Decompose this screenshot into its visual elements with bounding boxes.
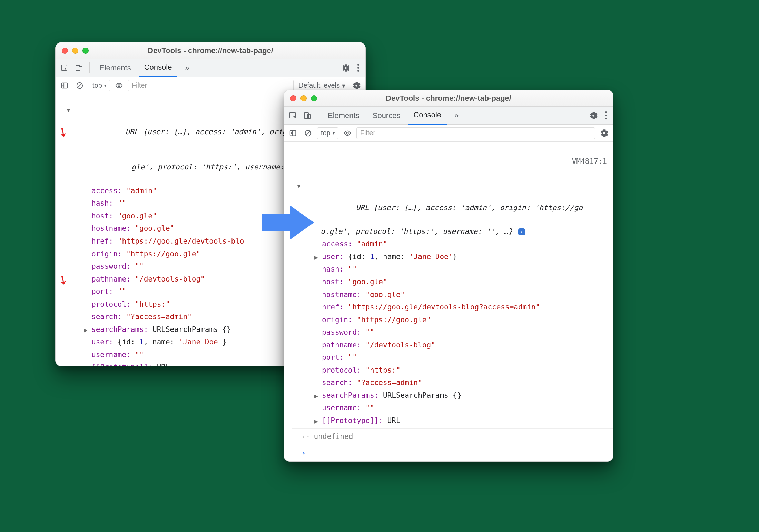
prop-key: hostname:: [322, 290, 365, 299]
gear-icon[interactable]: [339, 62, 352, 74]
prop-key: search:: [322, 378, 357, 387]
kebab-icon[interactable]: [602, 111, 610, 119]
log-levels-selector[interactable]: Default levels ▾: [296, 81, 347, 90]
minimize-icon[interactable]: [300, 95, 307, 101]
context-label: top: [92, 81, 102, 89]
prop-key: [[Prototype]]:: [322, 416, 387, 425]
prop-value[interactable]: URLSearchParams {}: [383, 391, 462, 400]
svg-rect-1: [76, 65, 80, 71]
sidebar-toggle-icon[interactable]: [287, 127, 299, 139]
tab-console[interactable]: Console: [139, 59, 178, 77]
window-title: DevTools - chrome://new-tab-page/: [56, 46, 365, 55]
filter-input[interactable]: [128, 80, 294, 91]
disclosure-triangle-icon[interactable]: ▶: [314, 391, 318, 401]
prop-value: "": [135, 262, 144, 270]
disclosure-triangle-icon[interactable]: ▼: [297, 181, 301, 191]
prop-key: username:: [91, 351, 135, 359]
minimize-icon[interactable]: [72, 48, 78, 54]
prop-value: "goo.gle": [348, 278, 387, 286]
prop-key: host:: [91, 212, 118, 220]
prop-value: "?access=admin": [357, 378, 422, 387]
object-summary-line2: gle', protocol: 'https:', username: ': [119, 163, 293, 171]
zoom-icon[interactable]: [311, 95, 317, 101]
device-toggle-icon[interactable]: [301, 109, 314, 122]
prop-key: protocol:: [91, 300, 135, 308]
disclosure-triangle-icon[interactable]: ▼: [67, 105, 70, 115]
zoom-icon[interactable]: [82, 48, 89, 54]
window-controls[interactable]: [284, 95, 317, 101]
console-body[interactable]: VM4817:1 ▼ URL {user: {…}, access: 'admi…: [284, 142, 613, 461]
close-icon[interactable]: [290, 95, 296, 101]
tab-elements[interactable]: Elements: [322, 107, 365, 125]
prop-value: "/devtools-blog": [365, 341, 435, 349]
disclosure-triangle-icon[interactable]: ▶: [314, 253, 318, 262]
log-levels-label: Default levels: [298, 81, 340, 89]
eye-icon[interactable]: [341, 127, 354, 139]
prop-key: searchParams:: [322, 391, 383, 400]
console-toolbar: top ▾: [284, 125, 613, 142]
prop-key: origin:: [322, 316, 357, 324]
prop-value: "https://goo.gle/devtools-blog?access=ad…: [348, 303, 540, 311]
prop-value[interactable]: URL: [387, 416, 401, 425]
svg-line-6: [78, 83, 82, 87]
tabbar-separator: [318, 110, 318, 121]
eye-icon[interactable]: [113, 79, 125, 92]
device-toggle-icon[interactable]: [73, 62, 85, 74]
tab-console[interactable]: Console: [408, 107, 447, 125]
kebab-icon[interactable]: [354, 64, 363, 72]
prop-key: [[Prototype]]:: [91, 363, 157, 366]
prop-key: password:: [91, 262, 135, 270]
prop-value: "goo.gle": [118, 212, 157, 220]
gear-icon[interactable]: [587, 109, 600, 122]
tab-elements[interactable]: Elements: [94, 59, 137, 77]
prop-value[interactable]: URLSearchParams {}: [152, 325, 231, 334]
svg-point-15: [346, 132, 348, 134]
gear-icon[interactable]: [598, 127, 610, 139]
prop-value: "": [118, 287, 126, 296]
prop-key: protocol:: [322, 366, 365, 374]
filter-input[interactable]: [356, 127, 595, 139]
tab-more[interactable]: »: [179, 59, 195, 77]
disclosure-triangle-icon[interactable]: ▶: [84, 363, 88, 366]
prop-value: "": [135, 351, 144, 359]
prop-value: "goo.gle": [135, 224, 174, 233]
console-prompt[interactable]: ›: [292, 445, 613, 461]
clear-console-icon[interactable]: [73, 79, 86, 92]
prop-value: "https:": [365, 366, 400, 374]
sidebar-toggle-icon[interactable]: [58, 79, 71, 92]
transition-arrow-icon: [262, 204, 314, 242]
prop-value: "/devtools-blog": [135, 275, 205, 283]
tab-sources[interactable]: Sources: [367, 107, 406, 125]
inspect-icon[interactable]: [287, 109, 299, 122]
disclosure-triangle-icon[interactable]: ▶: [314, 416, 318, 426]
disclosure-triangle-icon[interactable]: ▶: [84, 325, 88, 335]
prop-value: "admin": [357, 240, 387, 248]
svg-marker-16: [262, 205, 314, 240]
prop-key: origin:: [91, 250, 126, 258]
prop-value: "": [118, 199, 126, 207]
devtools-tabbar: Elements Console »: [56, 59, 365, 77]
object-summary-line1[interactable]: URL {user: {…}, access: 'admin', origin:…: [347, 204, 582, 212]
prop-key: href:: [91, 237, 118, 245]
prop-key: password:: [322, 328, 365, 336]
prop-key: searchParams:: [91, 325, 152, 334]
window-controls[interactable]: [56, 48, 89, 54]
close-icon[interactable]: [62, 48, 68, 54]
prop-value: "": [348, 353, 357, 362]
context-selector[interactable]: top ▾: [317, 127, 338, 139]
prop-value: "": [365, 404, 374, 412]
window-title: DevTools - chrome://new-tab-page/: [284, 94, 613, 103]
prop-key: search:: [91, 313, 126, 321]
tab-more[interactable]: »: [449, 107, 464, 125]
inspect-icon[interactable]: [58, 62, 71, 74]
prompt-icon: ›: [301, 447, 306, 459]
context-selector[interactable]: top ▾: [89, 80, 110, 91]
clear-console-icon[interactable]: [302, 127, 314, 139]
info-icon[interactable]: i: [518, 228, 525, 235]
chevron-down-icon: ▾: [104, 83, 106, 88]
prop-key: host:: [322, 278, 348, 286]
object-summary-line1[interactable]: URL {user: {…}, access: 'admin', orig: [119, 128, 287, 136]
prop-key: port:: [322, 353, 348, 362]
prop-value[interactable]: URL: [157, 363, 170, 366]
source-link[interactable]: VM4817:1: [572, 156, 607, 167]
